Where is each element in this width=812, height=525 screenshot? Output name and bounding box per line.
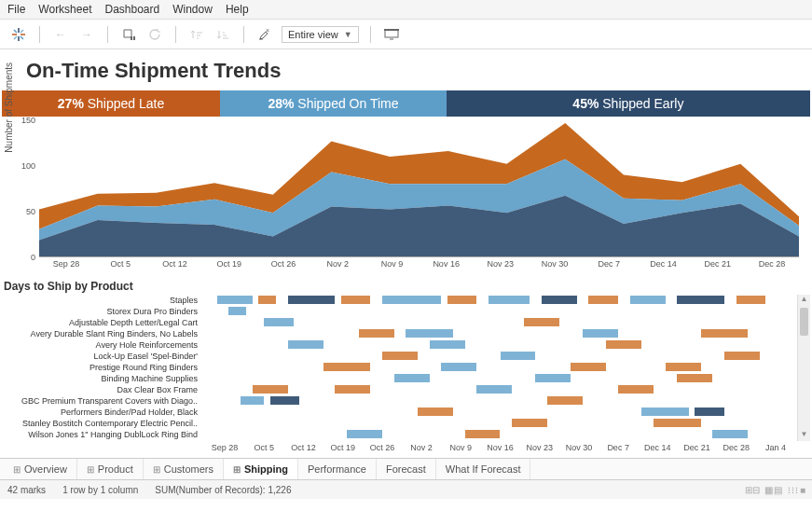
table-row[interactable]: Avery Hole Reinforcements xyxy=(2,339,795,351)
table-row[interactable]: Dax Clear Box Frame xyxy=(2,384,795,395)
table-row[interactable]: Stanley Bostitch Contemporary Electric P… xyxy=(2,418,795,429)
gantt-bar[interactable] xyxy=(542,296,577,304)
tab-customers[interactable]: ⊞Customers xyxy=(144,459,224,479)
gantt-bar[interactable] xyxy=(288,296,336,304)
table-row[interactable]: Wilson Jones 1" Hanging DublLock Ring Bi… xyxy=(2,429,795,440)
kpi-ontime[interactable]: 28% Shipped On Time xyxy=(220,90,447,117)
gantt-bar[interactable] xyxy=(583,329,618,338)
table-row[interactable]: Binding Machine Supplies xyxy=(2,373,795,384)
gantt-bar[interactable] xyxy=(264,318,294,326)
gantt-bar[interactable] xyxy=(641,408,689,416)
gantt-bar[interactable] xyxy=(736,296,766,304)
table-row[interactable]: Storex Dura Pro Binders xyxy=(2,306,795,317)
view-icon-2[interactable]: ▦ ▤ xyxy=(764,485,781,495)
gantt-bar[interactable] xyxy=(547,396,583,405)
refresh-button[interactable] xyxy=(145,25,164,44)
gantt-bar[interactable] xyxy=(512,419,547,427)
table-row[interactable]: Adjustable Depth Letter/Legal Cart xyxy=(2,317,795,328)
gantt-chart[interactable]: StaplesStorex Dura Pro BindersAdjustable… xyxy=(2,295,810,458)
gantt-bar[interactable] xyxy=(489,296,530,304)
tab-shipping[interactable]: ⊞Shipping xyxy=(224,459,298,479)
gantt-bar[interactable] xyxy=(406,329,453,338)
gantt-bar[interactable] xyxy=(571,363,606,371)
gantt-bar[interactable] xyxy=(217,296,253,304)
menu-file[interactable]: File xyxy=(7,3,25,16)
tab-overview[interactable]: ⊞Overview xyxy=(4,459,77,479)
gantt-bar[interactable] xyxy=(535,374,571,382)
scroll-down-icon[interactable]: ▼ xyxy=(798,430,810,441)
presentation-button[interactable] xyxy=(382,25,401,44)
table-row[interactable]: Avery Durable Slant Ring Binders, No Lab… xyxy=(2,328,795,339)
menu-help[interactable]: Help xyxy=(226,3,249,16)
gantt-bar[interactable] xyxy=(677,296,724,304)
gantt-bar[interactable] xyxy=(677,374,712,382)
view-mode-select[interactable]: Entire view ▼ xyxy=(282,26,359,43)
gantt-bar[interactable] xyxy=(666,363,701,371)
sort-asc-button[interactable] xyxy=(187,25,206,44)
kpi-late[interactable]: 27% Shipped Late xyxy=(2,90,220,117)
gantt-bar[interactable] xyxy=(241,396,264,405)
gantt-bar[interactable] xyxy=(228,307,246,315)
x-tick: Nov 2 xyxy=(310,259,365,274)
svg-rect-8 xyxy=(131,36,132,40)
gantt-bar[interactable] xyxy=(359,329,394,338)
gantt-bar[interactable] xyxy=(288,340,323,349)
menu-worksheet[interactable]: Worksheet xyxy=(38,3,91,16)
gantt-bar[interactable] xyxy=(335,385,370,394)
scroll-thumb[interactable] xyxy=(800,308,808,336)
menu-window[interactable]: Window xyxy=(172,3,213,16)
gantt-bar[interactable] xyxy=(501,352,536,360)
gantt-bar[interactable] xyxy=(712,430,748,438)
dashboard-icon: ⊞ xyxy=(153,464,160,475)
gantt-bar[interactable] xyxy=(430,340,465,349)
menu-dashboard[interactable]: Dashboard xyxy=(104,3,159,16)
gantt-bar[interactable] xyxy=(347,430,382,438)
table-row[interactable]: Prestige Round Ring Binders xyxy=(2,362,795,373)
kpi-early[interactable]: 45% Shipped Early xyxy=(447,90,810,117)
gantt-bar[interactable] xyxy=(382,352,418,360)
gantt-bar[interactable] xyxy=(447,296,477,304)
gantt-bar[interactable] xyxy=(270,396,300,405)
tab-what-if-forecast[interactable]: What If Forecast xyxy=(436,459,531,479)
gantt-bar[interactable] xyxy=(588,296,618,304)
gantt-bar[interactable] xyxy=(654,419,701,427)
table-row[interactable]: GBC Premium Transparent Covers with Diag… xyxy=(2,395,795,407)
gantt-bar[interactable] xyxy=(524,318,559,326)
row-label: Avery Durable Slant Ring Binders, No Lab… xyxy=(2,329,205,338)
area-chart[interactable]: Number of Shipments 050100150 Sep 28Oct … xyxy=(2,120,810,274)
gantt-bar[interactable] xyxy=(258,296,276,304)
gantt-bar[interactable] xyxy=(418,408,453,416)
x-tick: Sep 28 xyxy=(39,259,93,274)
gantt-bar[interactable] xyxy=(341,296,371,304)
highlight-button[interactable]: × xyxy=(255,25,274,44)
gantt-bar[interactable] xyxy=(618,385,654,394)
svg-rect-9 xyxy=(133,36,135,40)
gantt-bar[interactable] xyxy=(465,430,501,438)
tab-performance[interactable]: Performance xyxy=(298,459,377,479)
gantt-bar[interactable] xyxy=(695,408,724,416)
table-row[interactable]: Performers Binder/Pad Holder, Black xyxy=(2,407,795,418)
gantt-bar[interactable] xyxy=(606,340,641,349)
chart-plot-area[interactable] xyxy=(39,120,799,257)
tab-product[interactable]: ⊞Product xyxy=(77,459,144,479)
view-icon-3[interactable]: ⫶⫶⫶ ■ xyxy=(787,485,805,495)
scrollbar-vertical[interactable]: ▲ ▼ xyxy=(797,295,810,441)
back-button[interactable]: ← xyxy=(51,25,70,44)
gantt-bar[interactable] xyxy=(630,296,666,304)
gantt-bar[interactable] xyxy=(253,385,288,394)
table-row[interactable]: Lock-Up Easel 'Spel-Binder' xyxy=(2,351,795,362)
scroll-up-icon[interactable]: ▲ xyxy=(798,295,810,306)
view-icon-1[interactable]: ⊞ ⊟ xyxy=(745,485,760,495)
gantt-bar[interactable] xyxy=(701,329,749,338)
tab-forecast[interactable]: Forecast xyxy=(377,459,436,479)
gantt-bar[interactable] xyxy=(323,363,371,371)
gantt-bar[interactable] xyxy=(476,385,512,394)
gantt-bar[interactable] xyxy=(441,363,476,371)
gantt-bar[interactable] xyxy=(382,296,441,304)
pause-button[interactable] xyxy=(119,25,138,44)
forward-button[interactable]: → xyxy=(77,25,96,44)
sort-desc-button[interactable] xyxy=(213,25,232,44)
table-row[interactable]: Staples xyxy=(2,295,795,306)
gantt-bar[interactable] xyxy=(724,352,760,360)
gantt-bar[interactable] xyxy=(394,374,430,382)
